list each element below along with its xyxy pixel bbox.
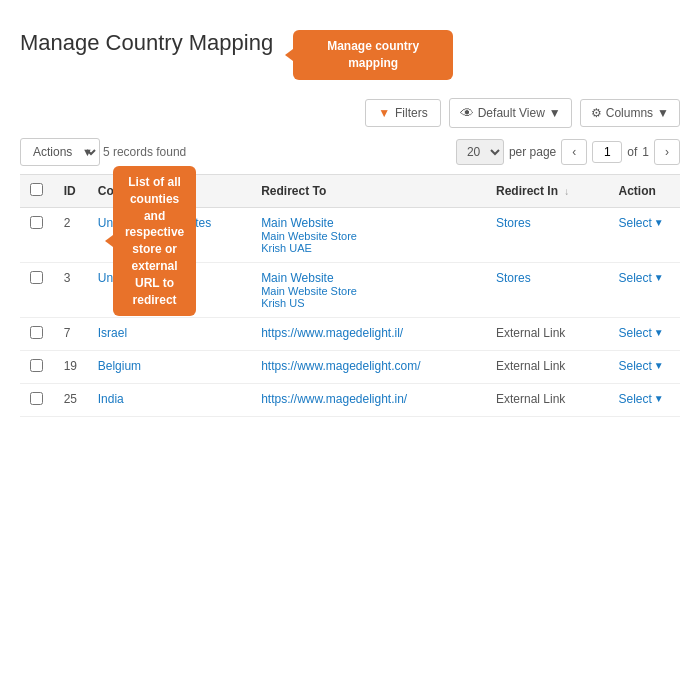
row-country: India xyxy=(88,383,251,416)
gear-icon: ⚙ xyxy=(591,106,602,120)
select-all-checkbox[interactable] xyxy=(30,183,43,196)
redirect-to-main-link[interactable]: https://www.magedelight.com/ xyxy=(261,359,420,373)
row-id: 19 xyxy=(54,350,88,383)
table-row: 19Belgiumhttps://www.magedelight.com/Ext… xyxy=(20,350,680,383)
redirect-to-sub1-link[interactable]: Main Website Store xyxy=(261,230,476,242)
action-select-button[interactable]: Select ▼ xyxy=(619,271,671,285)
redirect-to-sub2-link[interactable]: Krish UAE xyxy=(261,242,476,254)
row-checkbox[interactable] xyxy=(30,271,43,284)
row-id: 2 xyxy=(54,207,88,262)
action-select-button[interactable]: Select ▼ xyxy=(619,392,671,406)
country-link[interactable]: India xyxy=(98,392,124,406)
row-redirect-to: https://www.magedelight.com/ xyxy=(251,350,486,383)
tooltip-manage-country: Manage country mapping xyxy=(293,30,453,80)
redirect-in-column-header[interactable]: Redirect In ↓ xyxy=(486,174,609,207)
row-action: Select ▼ xyxy=(609,383,681,416)
total-pages: 1 xyxy=(642,145,649,159)
redirect-to-main-link[interactable]: https://www.magedelight.il/ xyxy=(261,326,403,340)
redirect-to-sub1-link[interactable]: Main Website Store xyxy=(261,285,476,297)
page-input[interactable] xyxy=(592,141,622,163)
row-redirect-to: Main WebsiteMain Website StoreKrish US xyxy=(251,262,486,317)
default-view-button[interactable]: 👁 Default View ▼ xyxy=(449,98,572,128)
row-id: 7 xyxy=(54,317,88,350)
prev-page-button[interactable]: ‹ xyxy=(561,139,587,165)
filters-button[interactable]: ▼ Filters xyxy=(365,99,441,127)
action-select-button[interactable]: Select ▼ xyxy=(619,216,671,230)
chevron-down-icon: ▼ xyxy=(549,106,561,120)
redirect-in-link[interactable]: Stores xyxy=(496,216,531,230)
tooltip-records: List of all counties and respective stor… xyxy=(113,166,196,316)
row-checkbox[interactable] xyxy=(30,216,43,229)
table-row: 25Indiahttps://www.magedelight.in/Extern… xyxy=(20,383,680,416)
page-wrapper: Manage Country Mapping Manage country ma… xyxy=(0,0,700,437)
row-redirect-in: External Link xyxy=(486,317,609,350)
redirect-in-link[interactable]: Stores xyxy=(496,271,531,285)
row-id: 25 xyxy=(54,383,88,416)
country-link[interactable]: Belgium xyxy=(98,359,141,373)
table-row: 7Israelhttps://www.magedelight.il/Extern… xyxy=(20,317,680,350)
records-tooltip-wrapper: 5 records found List of all counties and… xyxy=(103,144,186,159)
redirect-to-column-header: Redirect To xyxy=(251,174,486,207)
redirect-to-sub2-link[interactable]: Krish US xyxy=(261,297,476,309)
select-all-header xyxy=(20,174,54,207)
columns-button[interactable]: ⚙ Columns ▼ xyxy=(580,99,680,127)
country-link[interactable]: Israel xyxy=(98,326,127,340)
row-country: Israel xyxy=(88,317,251,350)
records-found: 5 records found xyxy=(103,145,186,159)
filter-icon: ▼ xyxy=(378,106,390,120)
row-redirect-in: Stores xyxy=(486,262,609,317)
toolbar-bottom: Actions ▼ 5 records found List of all co… xyxy=(20,138,680,166)
per-page-select[interactable]: 20 xyxy=(456,139,504,165)
page-header: Manage Country Mapping Manage country ma… xyxy=(20,30,680,80)
toolbar-top: ▼ Filters 👁 Default View ▼ ⚙ Columns ▼ xyxy=(20,98,680,128)
redirect-to-main-link[interactable]: Main Website xyxy=(261,271,333,285)
row-action: Select ▼ xyxy=(609,350,681,383)
action-select-button[interactable]: Select ▼ xyxy=(619,359,671,373)
eye-icon: 👁 xyxy=(460,105,474,121)
action-column-header: Action xyxy=(609,174,681,207)
row-country: Belgium xyxy=(88,350,251,383)
actions-left: Actions ▼ 5 records found List of all co… xyxy=(20,138,186,166)
chevron-down-icon2: ▼ xyxy=(657,106,669,120)
row-checkbox[interactable] xyxy=(30,326,43,339)
redirect-to-main-link[interactable]: Main Website xyxy=(261,216,333,230)
row-action: Select ▼ xyxy=(609,207,681,262)
pagination-controls: 20 per page ‹ of 1 › xyxy=(456,139,680,165)
of-label: of xyxy=(627,145,637,159)
row-action: Select ▼ xyxy=(609,317,681,350)
row-checkbox[interactable] xyxy=(30,392,43,405)
per-page-label: per page xyxy=(509,145,556,159)
sort-icon: ↓ xyxy=(564,186,569,197)
redirect-to-main-link[interactable]: https://www.magedelight.in/ xyxy=(261,392,407,406)
row-redirect-to: https://www.magedelight.il/ xyxy=(251,317,486,350)
action-select-button[interactable]: Select ▼ xyxy=(619,326,671,340)
row-checkbox[interactable] xyxy=(30,359,43,372)
row-redirect-in: External Link xyxy=(486,383,609,416)
row-redirect-in: External Link xyxy=(486,350,609,383)
id-column-header: ID xyxy=(54,174,88,207)
next-page-button[interactable]: › xyxy=(654,139,680,165)
row-id: 3 xyxy=(54,262,88,317)
row-redirect-in: Stores xyxy=(486,207,609,262)
row-redirect-to: Main WebsiteMain Website StoreKrish UAE xyxy=(251,207,486,262)
row-action: Select ▼ xyxy=(609,262,681,317)
actions-select[interactable]: Actions xyxy=(20,138,100,166)
page-title: Manage Country Mapping xyxy=(20,30,273,56)
row-redirect-to: https://www.magedelight.in/ xyxy=(251,383,486,416)
